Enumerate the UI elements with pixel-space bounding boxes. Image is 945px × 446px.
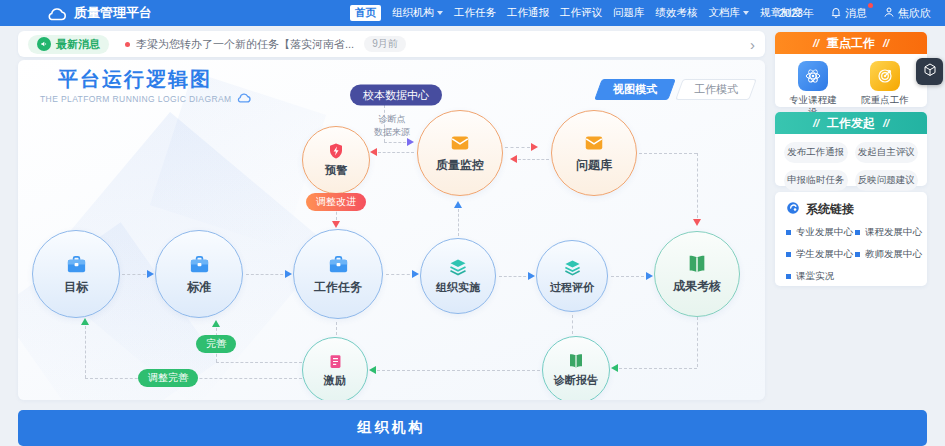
diagram-node-zhenduan-baogao[interactable]: 诊断报告 bbox=[542, 336, 610, 400]
mode-toggle: 视图模式工作模式 bbox=[591, 79, 753, 100]
cube-icon bbox=[922, 62, 938, 82]
nav-item-工作评议[interactable]: 工作评议 bbox=[560, 6, 602, 20]
target-icon bbox=[870, 61, 900, 91]
node-label: 过程评价 bbox=[550, 280, 594, 295]
diagram-card: 平台运行逻辑图 THE PLATFORM RUNNING LOGIC DIAGR… bbox=[18, 60, 765, 400]
arrowhead-right bbox=[285, 270, 292, 278]
cloud-logo-icon bbox=[46, 6, 68, 21]
bullet-square-icon bbox=[786, 252, 791, 257]
diagram-node-zhiliang-jiankong[interactable]: 质量监控 bbox=[417, 110, 503, 196]
layers-icon bbox=[563, 258, 582, 277]
app-label: 院重点工作 bbox=[861, 94, 909, 106]
bottom-bar[interactable]: 组织机构 bbox=[18, 410, 927, 446]
node-label: 诊断报告 bbox=[554, 373, 598, 388]
nav-item-组织机构[interactable]: 组织机构 bbox=[392, 6, 443, 20]
connector-line bbox=[246, 274, 288, 275]
key-work-header: // 重点工作 // bbox=[775, 32, 927, 54]
connector-line bbox=[572, 315, 573, 334]
diagram-node-gongzuo-renwu[interactable]: 工作任务 bbox=[293, 229, 383, 319]
latest-news-label: 最新消息 bbox=[56, 37, 100, 52]
arrowhead-down bbox=[332, 221, 340, 228]
node-label: 质量监控 bbox=[436, 157, 484, 174]
connector-line bbox=[377, 370, 540, 371]
red-bullet-icon bbox=[125, 42, 130, 47]
arrowhead-right bbox=[412, 270, 419, 278]
button-发布工作通报[interactable]: 发布工作通报 bbox=[784, 142, 848, 163]
link-学生发展中心[interactable]: 学生发展中心 bbox=[786, 248, 853, 261]
nav-item-首页[interactable]: 首页 bbox=[350, 5, 381, 21]
connector-line bbox=[386, 274, 415, 275]
initiate-title: 工作发起 bbox=[827, 115, 875, 132]
badge-tiaozheng-wanshan: 调整完善 bbox=[138, 369, 198, 387]
diagram-node-chengguo-kaohe[interactable]: 成果考核 bbox=[654, 231, 740, 317]
bullet-square-icon bbox=[855, 230, 860, 235]
system-links: 专业发展中心课程发展中心学生发展中心教师发展中心课堂实况 bbox=[775, 223, 927, 286]
button-反映问题建议[interactable]: 反映问题建议 bbox=[855, 170, 919, 191]
book-icon bbox=[686, 253, 708, 275]
atom-icon bbox=[798, 61, 828, 91]
notice-text[interactable]: 李梁为您转办了一个新的任务【落实河南省... bbox=[136, 37, 354, 52]
connector-line bbox=[639, 153, 697, 154]
badge-xiaoben-data-center[interactable]: 校本数据中心 bbox=[350, 85, 442, 106]
diagram-node-mubiao[interactable]: 目标 bbox=[32, 230, 120, 318]
arrowhead-left bbox=[510, 155, 517, 163]
node-label: 标准 bbox=[187, 279, 211, 296]
diagram-node-yujing[interactable]: 预警 bbox=[302, 126, 370, 194]
diagram-node-guocheng-pingjia[interactable]: 过程评价 bbox=[536, 240, 608, 312]
arrowhead-left bbox=[611, 364, 618, 372]
app-院重点工作[interactable]: 院重点工作 bbox=[857, 61, 913, 118]
nav-item-工作通报[interactable]: 工作通报 bbox=[507, 6, 549, 20]
node-label: 问题库 bbox=[576, 157, 612, 174]
link-课程发展中心[interactable]: 课程发展中心 bbox=[855, 226, 922, 239]
notice-bar: 最新消息 李梁为您转办了一个新的任务【落实河南省... 9月前 › bbox=[18, 31, 765, 57]
horn-icon bbox=[37, 37, 51, 51]
node-label: 工作任务 bbox=[314, 279, 362, 296]
initiate-card: // 工作发起 // 发布工作通报发起自主评议申报临时任务反映问题建议 bbox=[775, 112, 927, 186]
nav-item-工作任务[interactable]: 工作任务 bbox=[454, 6, 496, 20]
connector-line bbox=[697, 317, 698, 367]
key-work-title: 重点工作 bbox=[827, 35, 875, 52]
diagram-node-jili[interactable]: 激励 bbox=[302, 337, 368, 400]
link-专业发展中心[interactable]: 专业发展中心 bbox=[786, 226, 853, 239]
mode-工作模式[interactable]: 工作模式 bbox=[675, 79, 757, 100]
shield-icon bbox=[327, 142, 345, 160]
app-专业课程建设[interactable]: 专业课程建设 bbox=[785, 61, 841, 118]
mail-icon bbox=[449, 132, 471, 154]
chevron-right-icon[interactable]: › bbox=[750, 37, 755, 52]
nav-item-绩效考核[interactable]: 绩效考核 bbox=[656, 6, 698, 20]
latest-news-tag[interactable]: 最新消息 bbox=[28, 35, 109, 54]
connector-line bbox=[611, 276, 649, 277]
arrowhead-up bbox=[454, 201, 462, 208]
node-label: 目标 bbox=[64, 279, 88, 296]
connector-line bbox=[378, 152, 414, 153]
nav-item-问题库[interactable]: 问题库 bbox=[613, 6, 645, 20]
briefcase-icon bbox=[65, 253, 88, 276]
system-links-title: 系统链接 bbox=[806, 201, 854, 218]
nav-year[interactable]: 2023年 bbox=[779, 6, 814, 21]
messages-label: 消息 bbox=[845, 6, 867, 21]
mode-视图模式[interactable]: 视图模式 bbox=[594, 79, 676, 100]
slash-deco: // bbox=[883, 37, 889, 49]
button-申报临时任务[interactable]: 申报临时任务 bbox=[784, 170, 848, 191]
arrowhead-left bbox=[369, 366, 376, 374]
nav-user[interactable]: 焦欣欣 bbox=[883, 6, 931, 21]
brand-title: 质量管理平台 bbox=[74, 4, 152, 22]
diagram-node-zuzhi-shishi[interactable]: 组织实施 bbox=[420, 238, 496, 314]
node-label: 预警 bbox=[325, 163, 347, 178]
link-教师发展中心[interactable]: 教师发展中心 bbox=[855, 248, 922, 261]
brand[interactable]: 质量管理平台 bbox=[46, 4, 152, 22]
briefcase-icon bbox=[327, 253, 350, 276]
connector-line bbox=[85, 326, 86, 378]
diagram-canvas: 预警质量监控问题库目标标准工作任务组织实施过程评价成果考核激励诊断报告校本数据中… bbox=[18, 60, 765, 400]
connector-line bbox=[458, 209, 459, 236]
cube-widget-button[interactable] bbox=[916, 58, 943, 85]
nav-messages[interactable]: 消息 bbox=[830, 6, 867, 21]
diagram-node-wentiku[interactable]: 问题库 bbox=[551, 110, 637, 196]
diagram-node-biaozhun[interactable]: 标准 bbox=[155, 230, 243, 318]
nav-item-文档库[interactable]: 文档库 bbox=[709, 6, 750, 20]
arrowhead-right bbox=[646, 272, 653, 280]
bullet-square-icon bbox=[786, 230, 791, 235]
arrowhead-right bbox=[531, 143, 538, 151]
link-课堂实况[interactable]: 课堂实况 bbox=[786, 270, 853, 283]
button-发起自主评议[interactable]: 发起自主评议 bbox=[855, 142, 919, 163]
